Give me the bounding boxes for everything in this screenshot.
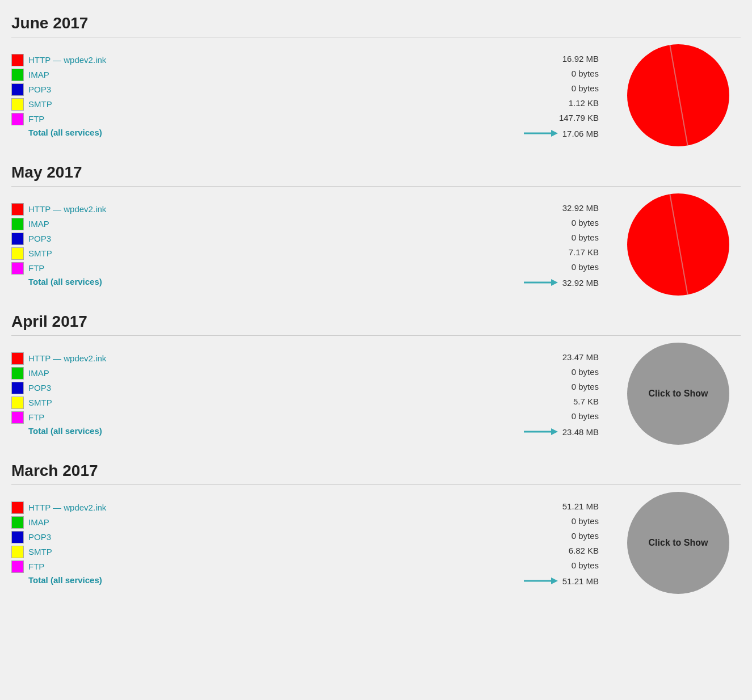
section-content-march-2017: HTTP — wpdev2.inkIMAPPOP3SMTPFTPTotal (a…: [11, 492, 741, 602]
value-row-april-2017-3: 5.7 KB: [136, 394, 599, 409]
legend-item-march-2017-2: POP3: [11, 531, 125, 543]
svg-marker-1: [551, 130, 558, 137]
legend-color-may-2017-1: [11, 218, 24, 230]
chart-col-june-2017[interactable]: [616, 44, 741, 146]
legend-item-june-2017-1: IMAP: [11, 69, 125, 81]
total-value-march-2017: 51.21 MB: [562, 576, 599, 586]
values-col-june-2017: 16.92 MB0 bytes0 bytes1.12 KB147.79 KB17…: [125, 52, 616, 139]
legend-color-march-2017-3: [11, 546, 24, 558]
legend-item-march-2017-4: FTP: [11, 560, 125, 573]
chart-col-may-2017[interactable]: [616, 193, 741, 296]
legend-label-june-2017-1: IMAP: [28, 70, 49, 79]
legend-item-april-2017-2: POP3: [11, 382, 125, 394]
pie-chart-march-2017[interactable]: Click to Show: [627, 492, 729, 594]
value-row-may-2017-2: 0 bytes: [136, 230, 599, 245]
legend-label-april-2017-4: FTP: [28, 412, 44, 422]
pie-chart-april-2017[interactable]: Click to Show: [627, 343, 729, 445]
svg-marker-7: [551, 577, 558, 584]
legend-label-june-2017-0: HTTP — wpdev2.ink: [28, 55, 106, 65]
value-row-march-2017-4: 0 bytes: [136, 558, 599, 573]
click-to-show-label-march-2017[interactable]: Click to Show: [649, 538, 708, 548]
value-row-march-2017-0: 51.21 MB: [136, 499, 599, 514]
value-row-march-2017-3: 6.82 KB: [136, 543, 599, 558]
legend-label-april-2017-3: SMTP: [28, 398, 52, 407]
legend-item-march-2017-1: IMAP: [11, 516, 125, 529]
legend-label-march-2017-0: HTTP — wpdev2.ink: [28, 503, 106, 512]
arrow-icon: [524, 426, 558, 437]
legend-color-june-2017-3: [11, 98, 24, 111]
legend-item-may-2017-2: POP3: [11, 233, 125, 245]
chart-col-march-2017[interactable]: Click to Show: [616, 492, 741, 594]
total-row-april-2017: 23.48 MB: [136, 426, 599, 437]
legend-april-2017: HTTP — wpdev2.inkIMAPPOP3SMTPFTPTotal (a…: [11, 352, 125, 436]
legend-item-april-2017-4: FTP: [11, 411, 125, 424]
section-march-2017: March 2017HTTP — wpdev2.inkIMAPPOP3SMTPF…: [11, 453, 741, 602]
legend-item-may-2017-3: SMTP: [11, 247, 125, 260]
click-to-show-label-april-2017[interactable]: Click to Show: [649, 389, 708, 399]
legend-label-march-2017-4: FTP: [28, 562, 44, 571]
section-may-2017: May 2017HTTP — wpdev2.inkIMAPPOP3SMTPFTP…: [11, 155, 741, 304]
value-row-march-2017-1: 0 bytes: [136, 514, 599, 529]
legend-color-march-2017-0: [11, 501, 24, 514]
pie-chart-may-2017[interactable]: [627, 193, 729, 296]
legend-item-march-2017-0: HTTP — wpdev2.ink: [11, 501, 125, 514]
value-row-march-2017-2: 0 bytes: [136, 529, 599, 543]
legend-color-june-2017-1: [11, 69, 24, 81]
legend-color-march-2017-2: [11, 531, 24, 543]
value-row-may-2017-1: 0 bytes: [136, 216, 599, 230]
legend-item-may-2017-0: HTTP — wpdev2.ink: [11, 203, 125, 216]
total-label-april-2017: Total (all services): [11, 426, 125, 436]
legend-color-may-2017-3: [11, 247, 24, 260]
legend-color-april-2017-4: [11, 411, 24, 424]
total-row-june-2017: 17.06 MB: [136, 128, 599, 139]
arrow-icon: [524, 128, 558, 139]
legend-item-april-2017-3: SMTP: [11, 397, 125, 409]
section-title-may-2017: May 2017: [11, 155, 741, 187]
legend-label-march-2017-3: SMTP: [28, 547, 52, 556]
legend-label-april-2017-2: POP3: [28, 383, 51, 393]
legend-march-2017: HTTP — wpdev2.inkIMAPPOP3SMTPFTPTotal (a…: [11, 501, 125, 585]
total-label-may-2017: Total (all services): [11, 277, 125, 286]
section-content-june-2017: HTTP — wpdev2.inkIMAPPOP3SMTPFTPTotal (a…: [11, 44, 741, 155]
legend-color-march-2017-4: [11, 560, 24, 573]
value-row-june-2017-2: 0 bytes: [136, 81, 599, 96]
legend-item-march-2017-3: SMTP: [11, 546, 125, 558]
legend-color-april-2017-0: [11, 352, 24, 365]
legend-label-june-2017-2: POP3: [28, 85, 51, 94]
chart-col-april-2017[interactable]: Click to Show: [616, 343, 741, 445]
total-row-may-2017: 32.92 MB: [136, 277, 599, 288]
legend-item-april-2017-1: IMAP: [11, 367, 125, 379]
value-row-may-2017-0: 32.92 MB: [136, 201, 599, 216]
legend-color-april-2017-2: [11, 382, 24, 394]
values-col-april-2017: 23.47 MB0 bytes0 bytes5.7 KB0 bytes23.48…: [125, 350, 616, 437]
pie-line-june-2017: [669, 44, 690, 146]
svg-marker-5: [551, 428, 558, 435]
legend-item-june-2017-3: SMTP: [11, 98, 125, 111]
section-title-april-2017: April 2017: [11, 304, 741, 336]
pie-line-may-2017: [669, 193, 690, 296]
value-row-april-2017-0: 23.47 MB: [136, 350, 599, 365]
value-row-may-2017-4: 0 bytes: [136, 260, 599, 275]
legend-item-june-2017-4: FTP: [11, 113, 125, 125]
legend-label-april-2017-0: HTTP — wpdev2.ink: [28, 353, 106, 363]
total-value-may-2017: 32.92 MB: [562, 278, 599, 288]
section-content-may-2017: HTTP — wpdev2.inkIMAPPOP3SMTPFTPTotal (a…: [11, 193, 741, 304]
legend-label-may-2017-2: POP3: [28, 234, 51, 243]
value-row-april-2017-4: 0 bytes: [136, 409, 599, 424]
legend-color-june-2017-2: [11, 83, 24, 96]
value-row-april-2017-1: 0 bytes: [136, 365, 599, 379]
value-row-april-2017-2: 0 bytes: [136, 379, 599, 394]
legend-color-may-2017-2: [11, 233, 24, 245]
total-value-june-2017: 17.06 MB: [562, 129, 599, 138]
section-april-2017: April 2017HTTP — wpdev2.inkIMAPPOP3SMTPF…: [11, 304, 741, 453]
section-content-april-2017: HTTP — wpdev2.inkIMAPPOP3SMTPFTPTotal (a…: [11, 343, 741, 453]
legend-color-may-2017-4: [11, 262, 24, 275]
section-title-march-2017: March 2017: [11, 453, 741, 485]
legend-label-april-2017-1: IMAP: [28, 368, 49, 378]
pie-chart-june-2017[interactable]: [627, 44, 729, 146]
section-title-june-2017: June 2017: [11, 6, 741, 37]
total-value-april-2017: 23.48 MB: [562, 427, 599, 437]
legend-item-april-2017-0: HTTP — wpdev2.ink: [11, 352, 125, 365]
legend-color-june-2017-4: [11, 113, 24, 125]
svg-marker-3: [551, 279, 558, 286]
